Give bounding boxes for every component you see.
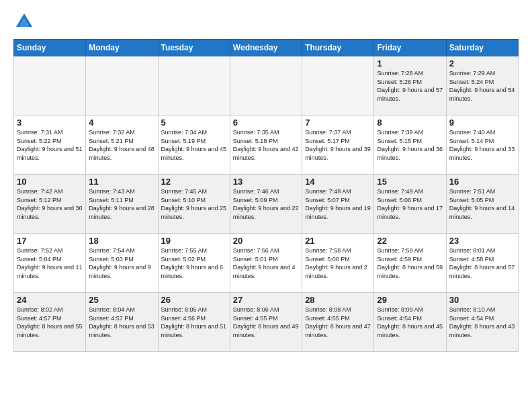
day-number: 15 — [377, 177, 443, 187]
day-number: 8 — [377, 118, 443, 128]
calendar-cell — [302, 56, 374, 116]
calendar-cell: 19Sunrise: 7:55 AMSunset: 5:02 PMDayligh… — [158, 234, 230, 293]
day-info: Sunrise: 7:52 AMSunset: 5:04 PMDaylight:… — [17, 246, 83, 280]
day-number: 12 — [161, 177, 227, 187]
calendar-cell: 14Sunrise: 7:48 AMSunset: 5:07 PMDayligh… — [302, 175, 374, 234]
day-number: 14 — [305, 177, 371, 187]
day-info: Sunrise: 7:43 AMSunset: 5:11 PMDaylight:… — [89, 187, 154, 221]
day-number: 11 — [89, 177, 154, 187]
day-info: Sunrise: 8:01 AMSunset: 4:58 PMDaylight:… — [449, 246, 515, 280]
calendar-cell: 2Sunrise: 7:29 AMSunset: 5:24 PMDaylight… — [446, 56, 518, 116]
calendar-cell: 6Sunrise: 7:35 AMSunset: 5:18 PMDaylight… — [230, 116, 302, 175]
calendar-cell: 11Sunrise: 7:43 AMSunset: 5:11 PMDayligh… — [86, 175, 158, 234]
day-number: 4 — [89, 118, 154, 128]
calendar-cell: 18Sunrise: 7:54 AMSunset: 5:03 PMDayligh… — [86, 234, 158, 293]
calendar-cell: 12Sunrise: 7:45 AMSunset: 5:10 PMDayligh… — [158, 175, 230, 234]
page: SundayMondayTuesdayWednesdayThursdayFrid… — [0, 0, 532, 359]
day-info: Sunrise: 8:02 AMSunset: 4:57 PMDaylight:… — [17, 306, 83, 339]
day-number: 5 — [161, 118, 227, 128]
day-info: Sunrise: 8:05 AMSunset: 4:56 PMDaylight:… — [161, 306, 227, 339]
week-row-4: 17Sunrise: 7:52 AMSunset: 5:04 PMDayligh… — [14, 234, 519, 293]
day-info: Sunrise: 7:42 AMSunset: 5:12 PMDaylight:… — [17, 187, 83, 221]
header — [13, 11, 519, 32]
day-number: 24 — [17, 295, 83, 305]
calendar-cell — [86, 56, 158, 116]
day-info: Sunrise: 7:40 AMSunset: 5:14 PMDaylight:… — [449, 128, 515, 162]
day-info: Sunrise: 7:51 AMSunset: 5:05 PMDaylight:… — [449, 187, 515, 221]
day-info: Sunrise: 7:58 AMSunset: 5:00 PMDaylight:… — [305, 246, 371, 280]
weekday-header-sunday: Sunday — [14, 40, 86, 56]
calendar-cell: 4Sunrise: 7:32 AMSunset: 5:21 PMDaylight… — [86, 116, 158, 175]
day-number: 21 — [305, 236, 371, 246]
day-info: Sunrise: 7:29 AMSunset: 5:24 PMDaylight:… — [449, 69, 515, 103]
day-number: 7 — [305, 118, 371, 128]
day-number: 27 — [233, 295, 299, 305]
week-row-3: 10Sunrise: 7:42 AMSunset: 5:12 PMDayligh… — [14, 175, 519, 234]
day-info: Sunrise: 7:37 AMSunset: 5:17 PMDaylight:… — [305, 128, 371, 162]
calendar-cell: 23Sunrise: 8:01 AMSunset: 4:58 PMDayligh… — [446, 234, 518, 293]
day-info: Sunrise: 7:54 AMSunset: 5:03 PMDaylight:… — [89, 246, 154, 280]
day-info: Sunrise: 7:46 AMSunset: 5:09 PMDaylight:… — [233, 187, 299, 221]
day-info: Sunrise: 7:28 AMSunset: 5:26 PMDaylight:… — [377, 69, 443, 103]
week-row-2: 3Sunrise: 7:31 AMSunset: 5:22 PMDaylight… — [14, 116, 519, 175]
day-number: 10 — [17, 177, 83, 187]
calendar-cell: 8Sunrise: 7:39 AMSunset: 5:15 PMDaylight… — [374, 116, 446, 175]
day-number: 23 — [449, 236, 515, 246]
day-number: 3 — [17, 118, 83, 128]
day-info: Sunrise: 7:45 AMSunset: 5:10 PMDaylight:… — [161, 187, 227, 221]
calendar-cell: 1Sunrise: 7:28 AMSunset: 5:26 PMDaylight… — [374, 56, 446, 116]
day-number: 20 — [233, 236, 299, 246]
day-info: Sunrise: 8:04 AMSunset: 4:57 PMDaylight:… — [89, 306, 154, 339]
day-info: Sunrise: 7:39 AMSunset: 5:15 PMDaylight:… — [377, 128, 443, 162]
calendar-cell: 5Sunrise: 7:34 AMSunset: 5:19 PMDaylight… — [158, 116, 230, 175]
day-info: Sunrise: 8:10 AMSunset: 4:54 PMDaylight:… — [449, 306, 515, 339]
weekday-header-saturday: Saturday — [446, 40, 518, 56]
day-number: 25 — [89, 295, 154, 305]
day-number: 9 — [449, 118, 515, 128]
calendar-cell: 3Sunrise: 7:31 AMSunset: 5:22 PMDaylight… — [14, 116, 86, 175]
week-row-1: 1Sunrise: 7:28 AMSunset: 5:26 PMDaylight… — [14, 56, 519, 116]
weekday-header-row: SundayMondayTuesdayWednesdayThursdayFrid… — [14, 40, 519, 56]
day-info: Sunrise: 8:08 AMSunset: 4:55 PMDaylight:… — [305, 306, 371, 339]
calendar-cell: 21Sunrise: 7:58 AMSunset: 5:00 PMDayligh… — [302, 234, 374, 293]
calendar-cell: 25Sunrise: 8:04 AMSunset: 4:57 PMDayligh… — [86, 293, 158, 352]
day-info: Sunrise: 7:31 AMSunset: 5:22 PMDaylight:… — [17, 128, 83, 162]
weekday-header-monday: Monday — [86, 40, 158, 56]
calendar-cell: 13Sunrise: 7:46 AMSunset: 5:09 PMDayligh… — [230, 175, 302, 234]
calendar-cell: 28Sunrise: 8:08 AMSunset: 4:55 PMDayligh… — [302, 293, 374, 352]
calendar-cell: 27Sunrise: 8:06 AMSunset: 4:55 PMDayligh… — [230, 293, 302, 352]
day-number: 29 — [377, 295, 443, 305]
day-info: Sunrise: 7:55 AMSunset: 5:02 PMDaylight:… — [161, 246, 227, 280]
calendar-cell: 22Sunrise: 7:59 AMSunset: 4:59 PMDayligh… — [374, 234, 446, 293]
day-info: Sunrise: 8:09 AMSunset: 4:54 PMDaylight:… — [377, 306, 443, 339]
logo — [13, 11, 38, 32]
day-number: 18 — [89, 236, 154, 246]
day-info: Sunrise: 7:48 AMSunset: 5:07 PMDaylight:… — [305, 187, 371, 221]
calendar-cell: 9Sunrise: 7:40 AMSunset: 5:14 PMDaylight… — [446, 116, 518, 175]
calendar-cell: 30Sunrise: 8:10 AMSunset: 4:54 PMDayligh… — [446, 293, 518, 352]
calendar: SundayMondayTuesdayWednesdayThursdayFrid… — [13, 39, 519, 352]
day-info: Sunrise: 7:59 AMSunset: 4:59 PMDaylight:… — [377, 246, 443, 280]
calendar-cell — [14, 56, 86, 116]
weekday-header-friday: Friday — [374, 40, 446, 56]
day-number: 30 — [449, 295, 515, 305]
day-number: 6 — [233, 118, 299, 128]
calendar-cell: 10Sunrise: 7:42 AMSunset: 5:12 PMDayligh… — [14, 175, 86, 234]
day-info: Sunrise: 8:06 AMSunset: 4:55 PMDaylight:… — [233, 306, 299, 339]
weekday-header-thursday: Thursday — [302, 40, 374, 56]
day-info: Sunrise: 7:35 AMSunset: 5:18 PMDaylight:… — [233, 128, 299, 162]
weekday-header-wednesday: Wednesday — [230, 40, 302, 56]
day-info: Sunrise: 7:34 AMSunset: 5:19 PMDaylight:… — [161, 128, 227, 162]
calendar-cell: 26Sunrise: 8:05 AMSunset: 4:56 PMDayligh… — [158, 293, 230, 352]
week-row-5: 24Sunrise: 8:02 AMSunset: 4:57 PMDayligh… — [14, 293, 519, 352]
calendar-cell: 24Sunrise: 8:02 AMSunset: 4:57 PMDayligh… — [14, 293, 86, 352]
day-info: Sunrise: 7:56 AMSunset: 5:01 PMDaylight:… — [233, 246, 299, 280]
day-number: 22 — [377, 236, 443, 246]
day-info: Sunrise: 7:49 AMSunset: 5:06 PMDaylight:… — [377, 187, 443, 221]
day-number: 16 — [449, 177, 515, 187]
day-number: 26 — [161, 295, 227, 305]
day-number: 13 — [233, 177, 299, 187]
day-number: 1 — [377, 58, 443, 68]
day-number: 19 — [161, 236, 227, 246]
day-number: 2 — [449, 58, 515, 68]
